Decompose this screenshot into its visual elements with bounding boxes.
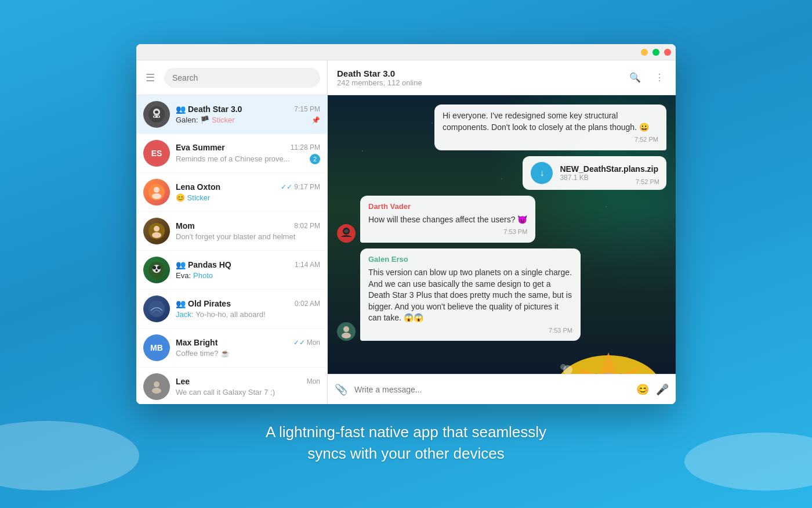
chat-item-max-bright[interactable]: MB Max Bright ✓✓ Mon Coffee time? ☕: [136, 329, 327, 368]
svg-rect-3: [153, 116, 160, 118]
chat-preview: Don't forget your blaster and helmet: [176, 232, 320, 241]
app-window: ☰: [136, 44, 676, 404]
message-bubble-galen: Galen Erso This version can blow up two …: [360, 248, 581, 341]
message-row-galen: Galen Erso This version can blow up two …: [337, 248, 666, 341]
message-input[interactable]: [354, 385, 629, 394]
group-icon: 👥: [176, 105, 186, 114]
chat-time: Mon: [307, 377, 320, 385]
avatar: [143, 101, 170, 128]
chat-header: Death Star 3.0 242 members, 112 online 🔍…: [328, 60, 676, 95]
svg-point-28: [343, 326, 349, 332]
sidebar-header: ☰: [136, 60, 327, 95]
message-sender: Galen Erso: [368, 254, 572, 265]
chat-time: 9:17 PM: [294, 183, 320, 191]
more-options-icon[interactable]: ⋮: [652, 70, 666, 85]
chat-name: Lee: [176, 377, 190, 386]
microphone-icon[interactable]: 🎤: [656, 383, 669, 396]
message-text: This version can blow up two planets on …: [368, 267, 572, 324]
avatar: ES: [143, 140, 170, 167]
svg-point-16: [155, 269, 158, 272]
hamburger-icon[interactable]: ☰: [143, 69, 157, 87]
chat-item-death-star[interactable]: 👥 Death Star 3.0 7:15 PM Galen: 🏴 Sticke…: [136, 95, 327, 134]
avatar: [143, 257, 170, 283]
maximize-button[interactable]: [652, 49, 659, 56]
cloud-left-decoration: [0, 421, 139, 491]
chat-item-mom[interactable]: Mom 8:02 PM Don't forget your blaster an…: [136, 212, 327, 251]
minimize-button[interactable]: [641, 49, 648, 56]
chat-name: 👥 Death Star 3.0: [176, 105, 242, 114]
chat-item-old-pirates[interactable]: 👥 Old Pirates 0:02 AM Jack: Yo-ho-ho, al…: [136, 290, 327, 329]
chat-preview: Coffee time? ☕: [176, 349, 320, 358]
app-body: ☰: [136, 60, 676, 404]
close-button[interactable]: [664, 49, 671, 56]
avatar: [143, 373, 170, 400]
message-time: 7:52 PM: [443, 135, 658, 144]
attach-icon[interactable]: 📎: [335, 383, 347, 396]
svg-point-7: [154, 187, 160, 193]
title-bar: [136, 44, 676, 60]
message-text: Hi everyone. I've redesigned some key st…: [443, 110, 658, 133]
chat-preview: 😊 Sticker: [176, 193, 320, 202]
chat-preview: Galen: 🏴 Sticker 📌: [176, 116, 320, 124]
tagline-line1: A lightning-fast native app that seamles…: [266, 421, 546, 442]
tagline-line2: syncs with your other devices: [266, 443, 546, 464]
svg-point-17: [148, 301, 165, 317]
svg-point-2: [155, 111, 158, 114]
svg-point-15: [157, 266, 161, 269]
svg-point-26: [344, 229, 349, 233]
unread-badge: 2: [310, 154, 320, 164]
chat-item-pandas-hq[interactable]: 👥 Pandas HQ 1:14 AM Eva: Photo: [136, 251, 327, 290]
svg-point-8: [152, 193, 161, 199]
chat-preview: Jack: Yo-ho-ho, all aboard!: [176, 310, 320, 319]
message-row-darth: Darth Vader How will these changes affec…: [337, 196, 666, 243]
cloud-right-decoration: [684, 433, 812, 491]
message-bubble-darth: Darth Vader How will these changes affec…: [360, 196, 535, 243]
message-avatar-darth: [337, 224, 356, 243]
message-time: 7:53 PM: [368, 326, 572, 335]
tagline: A lightning-fast native app that seamles…: [266, 421, 546, 464]
chat-time: Mon: [307, 338, 320, 347]
search-input[interactable]: [172, 73, 312, 82]
chat-info: Lee Mon We can call it Galaxy Star 7 ;): [176, 377, 320, 397]
svg-rect-4: [154, 116, 155, 117]
file-name: NEW_DeathStar.plans.zip: [560, 164, 658, 174]
svg-point-19: [154, 381, 160, 387]
chat-time: 0:02 AM: [295, 300, 320, 308]
sidebar: ☰: [136, 60, 328, 404]
avatar: [143, 218, 170, 244]
download-button[interactable]: ↓: [531, 162, 553, 184]
emoji-icon[interactable]: 😊: [636, 383, 649, 396]
chat-info: Max Bright ✓✓ Mon Coffee time? ☕: [176, 338, 320, 358]
avatar: MB: [143, 334, 170, 361]
chat-item-eva-summer[interactable]: ES Eva Summer 11:28 PM Reminds me of a C…: [136, 134, 327, 173]
chat-info: 👥 Pandas HQ 1:14 AM Eva: Photo: [176, 260, 320, 280]
chat-info: Eva Summer 11:28 PM Reminds me of a Chin…: [176, 143, 320, 164]
search-box: [164, 68, 320, 88]
message-text: How will these changes affect the users?…: [368, 214, 527, 226]
chat-time: 8:02 PM: [294, 222, 320, 230]
group-icon: 👥: [176, 260, 186, 269]
svg-rect-5: [158, 116, 159, 117]
chat-name: 👥 Pandas HQ: [176, 260, 231, 269]
chat-item-lee[interactable]: Lee Mon We can call it Galaxy Star 7 ;): [136, 368, 327, 404]
pin-icon: 📌: [311, 116, 320, 124]
chat-item-lena-oxton[interactable]: Lena Oxton ✓✓ 9:17 PM 😊 Sticker: [136, 173, 327, 212]
search-icon[interactable]: 🔍: [627, 70, 643, 85]
chat-list: 👥 Death Star 3.0 7:15 PM Galen: 🏴 Sticke…: [136, 95, 327, 404]
chat-preview: Eva: Photo: [176, 271, 320, 280]
chat-info: 👥 Death Star 3.0 7:15 PM Galen: 🏴 Sticke…: [176, 105, 320, 124]
file-bubble: ↓ NEW_DeathStar.plans.zip 387.1 KB 7:52 …: [523, 156, 666, 190]
chat-name: 👥 Old Pirates: [176, 299, 231, 308]
chat-info: Mom 8:02 PM Don't forget your blaster an…: [176, 221, 320, 241]
chat-info: 👥 Old Pirates 0:02 AM Jack: Yo-ho-ho, al…: [176, 299, 320, 319]
read-check: ✓✓: [293, 338, 305, 347]
group-icon: 👥: [176, 299, 186, 308]
chat-time: 11:28 PM: [291, 143, 320, 152]
chat-header-name: Death Star 3.0: [337, 69, 627, 78]
chat-name: Eva Summer: [176, 143, 225, 152]
chat-preview: We can call it Galaxy Star 7 ;): [176, 388, 320, 397]
message-time: 7:53 PM: [368, 228, 527, 236]
chat-area: Death Star 3.0 242 members, 112 online 🔍…: [328, 60, 676, 404]
chat-header-info: Death Star 3.0 242 members, 112 online: [337, 69, 627, 87]
sticker-row: 7:53 PM: [550, 347, 666, 374]
